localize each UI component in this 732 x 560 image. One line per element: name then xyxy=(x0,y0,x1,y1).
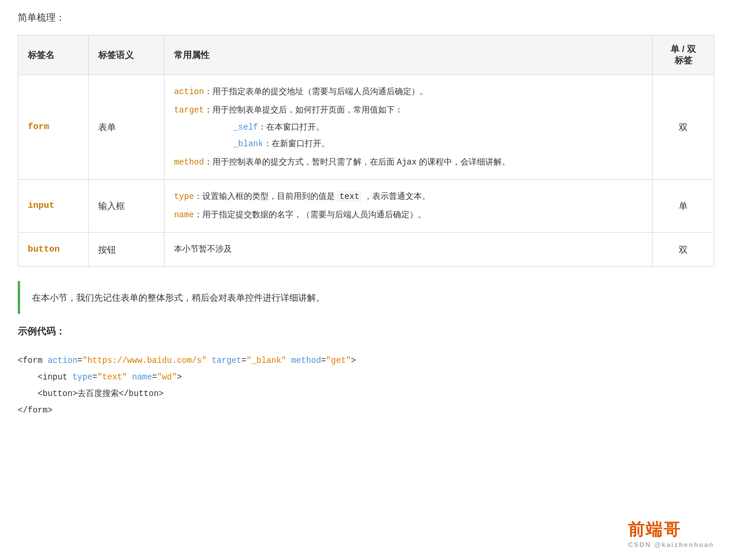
table-row-input: input 输入框 type：设置输入框的类型，目前用到的值是 text ，表示… xyxy=(18,179,714,232)
col-header-attrs: 常用属性 xyxy=(165,36,653,75)
input-attrs-cell: type：设置输入框的类型，目前用到的值是 text ，表示普通文本。 name… xyxy=(165,179,653,232)
table-row-button: button 按钮 本小节暂不涉及 双 xyxy=(18,232,714,267)
code-line-3: <button>去百度搜索</button> xyxy=(18,385,714,402)
code-form-open: <form xyxy=(18,356,47,365)
attr-method-name: method xyxy=(174,157,204,167)
button-tag-name: button xyxy=(18,232,89,267)
form-attr-blank: _blank：在新窗口打开。 xyxy=(174,137,643,152)
input-attr-type: type：设置输入框的类型，目前用到的值是 text ，表示普通文本。 xyxy=(174,189,643,204)
attr-name-name: name xyxy=(174,210,194,220)
attr-action-name: action xyxy=(174,87,204,96)
code-line-1: <form action="https://www.baidu.com/s" t… xyxy=(18,352,714,369)
form-attr-target: target：用于控制表单提交后，如何打开页面，常用值如下： xyxy=(174,103,643,118)
form-tag-name: form xyxy=(18,75,89,180)
table-header-row: 标签名 标签语义 常用属性 单 / 双 标签 xyxy=(18,36,714,75)
col-header-singledouble: 单 / 双 标签 xyxy=(653,36,714,75)
intro-text: 简单梳理： xyxy=(18,12,714,24)
code-line-2: <input type="text" name="wd"> xyxy=(18,369,714,385)
input-tag-name: input xyxy=(18,179,89,232)
input-attr-name: name：用于指定提交数据的名字，（需要与后端人员沟通后确定）。 xyxy=(174,208,643,223)
attr-target-name: target xyxy=(174,105,204,115)
summary-table: 标签名 标签语义 常用属性 单 / 双 标签 form 表单 action：用于… xyxy=(18,35,714,267)
form-attr-self: _self：在本窗口打开。 xyxy=(174,120,643,135)
attr-self-value: _self xyxy=(233,123,258,132)
input-single-double: 单 xyxy=(653,179,714,232)
attr-blank-value: _blank xyxy=(233,139,263,149)
form-attrs-cell: action：用于指定表单的提交地址（需要与后端人员沟通后确定）。 target… xyxy=(165,75,653,180)
attr-type-name: type xyxy=(174,192,194,201)
code-block: <form action="https://www.baidu.com/s" t… xyxy=(18,346,714,424)
example-title: 示例代码： xyxy=(18,326,714,338)
form-attr-method: method：用于控制表单的提交方式，暂时只需了解，在后面 Ajax 的课程中，… xyxy=(174,155,643,170)
button-attrs-cell: 本小节暂不涉及 xyxy=(165,232,653,267)
form-tag-meaning: 表单 xyxy=(89,75,165,180)
note-text: 在本小节，我们先记住表单的整体形式，稍后会对表单控件进行详细讲解。 xyxy=(32,292,325,302)
button-single-double: 双 xyxy=(653,232,714,267)
button-tag-meaning: 按钮 xyxy=(89,232,165,267)
input-tag-meaning: 输入框 xyxy=(89,179,165,232)
form-single-double: 双 xyxy=(653,75,714,180)
code-line-4: </form> xyxy=(18,402,714,419)
table-row-form: form 表单 action：用于指定表单的提交地址（需要与后端人员沟通后确定）… xyxy=(18,75,714,180)
note-blockquote: 在本小节，我们先记住表单的整体形式，稍后会对表单控件进行详细讲解。 xyxy=(18,281,714,314)
form-attr-action: action：用于指定表单的提交地址（需要与后端人员沟通后确定）。 xyxy=(174,85,643,99)
col-header-tagmeaning: 标签语义 xyxy=(89,36,165,75)
col-header-tagname: 标签名 xyxy=(18,36,89,75)
